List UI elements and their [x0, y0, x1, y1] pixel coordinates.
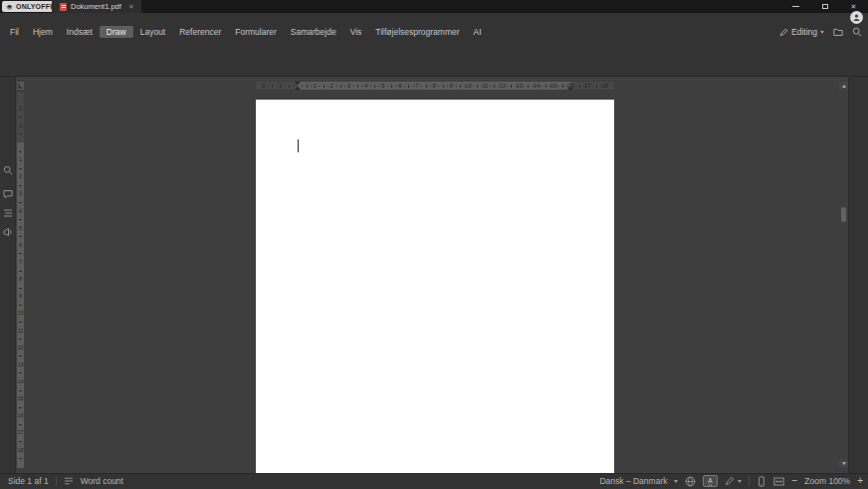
- left-sidebar: [0, 77, 16, 473]
- pencil-icon: [779, 28, 788, 37]
- tab-tilfoejelsesprogrammer[interactable]: Tilføjelsesprogrammer: [368, 26, 466, 38]
- language-selector[interactable]: Dansk – Danmark: [599, 476, 667, 486]
- vertical-scrollbar-thumb[interactable]: [841, 207, 846, 222]
- text-caret: [298, 139, 299, 152]
- titlebar: ONLYOFFICE Dokument1.pdf ✕ ✕: [0, 0, 868, 13]
- window-minimize-button[interactable]: [781, 0, 810, 13]
- zoom-in-button[interactable]: +: [857, 476, 863, 486]
- ink-tool-selector[interactable]: [725, 476, 742, 486]
- onlyoffice-pdf-editor-window: ONLYOFFICE Dokument1.pdf ✕ ✕: [0, 0, 868, 489]
- status-divider: [749, 476, 750, 486]
- tab-stop-icon: [17, 82, 24, 90]
- document-page[interactable]: [256, 100, 614, 473]
- draw-toolbar: Vælg: [0, 38, 868, 77]
- user-avatar[interactable]: [850, 11, 863, 24]
- tab-ai[interactable]: AI: [467, 26, 489, 38]
- scroll-down-button[interactable]: [839, 459, 848, 467]
- vertical-ruler[interactable]: 21123456789101112131415161718: [17, 93, 24, 468]
- zoom-level[interactable]: Zoom 100%: [804, 476, 850, 486]
- tab-layout[interactable]: Layout: [133, 26, 173, 38]
- search-panel-icon[interactable]: [3, 165, 13, 175]
- horizontal-ruler[interactable]: 21123456789101112131415161718: [256, 82, 614, 90]
- word-count-icon: [64, 476, 74, 486]
- arrow-up-icon: [842, 85, 846, 88]
- onlyoffice-logo-icon: [6, 3, 13, 10]
- minimize-icon: [792, 6, 799, 7]
- left-indent-marker[interactable]: [295, 87, 301, 90]
- editing-mode-label: Editing: [791, 27, 817, 37]
- svg-text:A: A: [708, 477, 713, 484]
- spell-check-icon: A: [706, 477, 716, 486]
- quick-access-toolbar: ••• Dokument1.pdf: [0, 13, 868, 26]
- search-icon[interactable]: [852, 27, 862, 37]
- chevron-down-icon: [738, 480, 742, 483]
- tab-samarbejde[interactable]: Samarbejde: [284, 26, 343, 38]
- user-icon: [852, 13, 861, 22]
- tab-hjem[interactable]: Hjem: [26, 26, 60, 38]
- fit-page-icon[interactable]: [757, 476, 766, 487]
- status-bar-right: Dansk – Danmark A − Zo: [599, 473, 863, 489]
- tab-referencer[interactable]: Referencer: [172, 26, 228, 38]
- page-indicator[interactable]: Side 1 af 1: [8, 476, 49, 486]
- tab-stop-selector[interactable]: [17, 82, 24, 90]
- tab-close-icon[interactable]: ✕: [128, 3, 133, 11]
- document-tab-label: Dokument1.pdf: [71, 2, 121, 11]
- editing-mode-selector[interactable]: Editing: [779, 27, 824, 37]
- ink-pen-icon: [725, 476, 735, 486]
- document-language-icon[interactable]: [685, 476, 696, 487]
- comments-panel-icon[interactable]: [3, 189, 13, 199]
- pdf-file-icon: [60, 3, 67, 11]
- tab-draw[interactable]: Draw: [100, 26, 133, 38]
- tab-vis[interactable]: Vis: [343, 26, 369, 38]
- tab-indsaet[interactable]: Indsæt: [60, 26, 100, 38]
- word-count-button[interactable]: Word count: [81, 476, 123, 486]
- arrow-down-icon: [842, 462, 846, 465]
- status-bar-left: Side 1 af 1 Word count: [8, 473, 123, 489]
- open-file-location-icon[interactable]: [833, 27, 843, 37]
- document-tab[interactable]: Dokument1.pdf ✕: [52, 0, 141, 13]
- navigation-panel-icon[interactable]: [3, 208, 13, 218]
- menu-right-controls: Editing: [779, 26, 862, 38]
- feedback-support-icon[interactable]: [3, 227, 13, 237]
- chevron-down-icon: [820, 31, 824, 34]
- window-maximize-button[interactable]: [810, 0, 839, 13]
- first-line-indent-marker[interactable]: [295, 82, 301, 85]
- zoom-out-button[interactable]: −: [791, 476, 797, 486]
- scroll-up-button[interactable]: [839, 82, 848, 90]
- maximize-icon: [822, 4, 828, 9]
- spell-check-toggle[interactable]: A: [703, 475, 718, 487]
- status-divider: [56, 476, 57, 486]
- tab-fil[interactable]: Fil: [3, 26, 26, 38]
- menu-tabs: Fil Hjem Indsæt Draw Layout Referencer F…: [3, 26, 489, 38]
- fit-width-icon[interactable]: [773, 476, 784, 487]
- chevron-down-icon: [674, 480, 678, 483]
- right-settings-panel: ¶ A: [848, 77, 868, 473]
- tab-formularer[interactable]: Formularer: [228, 26, 284, 38]
- right-indent-marker[interactable]: [567, 87, 573, 90]
